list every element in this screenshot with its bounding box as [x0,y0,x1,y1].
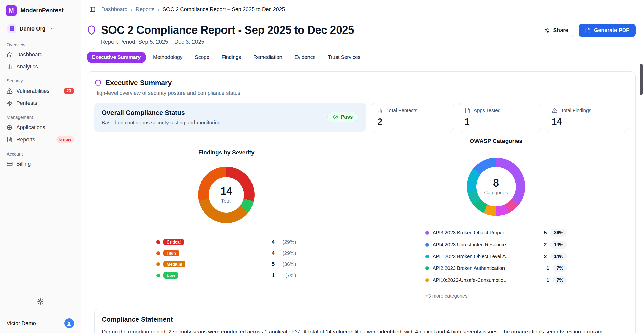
zap-icon [7,100,13,106]
alert-triangle-icon [7,88,13,94]
legend-count: 4 [272,239,275,245]
compliance-status-title: Overall Compliance Status [102,109,221,117]
legend-count: 5 [272,261,275,267]
more-categories-link[interactable]: +3 more categories [425,293,468,299]
legend-row-medium: Medium 5 (36%) [156,261,296,267]
sidebar-item-label: Pentests [16,100,37,106]
org-selector[interactable]: Demo Org [4,22,76,36]
tab-evidence[interactable]: Evidence [289,52,321,63]
stat-value: 2 [377,116,448,127]
legend-row-critical: Critical 4 (29%) [156,239,296,245]
sidebar: M ModernPentest Demo Org Overview Dashbo… [0,0,81,333]
legend-dot [156,251,160,255]
file-text-icon [7,136,13,142]
severity-legend: Critical 4 (29%) High 4 (29%) [156,239,296,279]
legend-row-api4: API4:2023 Unrestricted Resource... 2 14% [425,241,567,249]
sidebar-item-analytics[interactable]: Analytics [3,61,77,72]
sidebar-item-applications[interactable]: Applications [3,122,77,133]
user-menu[interactable]: Victor Demo [0,314,81,333]
legend-row-api2: API2:2023 Broken Authentication 1 7% [425,264,567,272]
legend-percent: (29%) [278,239,296,245]
panel-left-icon [89,6,96,13]
status-badge-label: Pass [341,114,353,120]
header-actions: Share Generate PDF [538,24,636,37]
sidebar-toggle-button[interactable] [88,5,97,14]
shield-icon [94,79,102,87]
theme-toggle-button[interactable] [35,297,45,308]
brand: M ModernPentest [0,0,81,19]
sidebar-section-account: Account [0,146,81,158]
legend-row-low: Low 1 (7%) [156,272,296,279]
breadcrumb-dashboard[interactable]: Dashboard [101,6,128,12]
legend-percent-pill: 7% [553,264,567,272]
compliance-statement-text: During the reporting period, 2 security … [102,328,620,333]
charts-row: Findings by Severity 14 Total Critical [94,138,628,299]
stat-label: Total Pentests [386,108,417,113]
legend-percent-pill: 14% [550,253,567,260]
stat-cards: Total Pentests 2 Apps Tested 1 [372,103,628,132]
share-button[interactable]: Share [538,24,574,37]
stat-label: Apps Tested [474,108,501,113]
file-icon [585,27,591,33]
legend-label: API10:2023-Unsafe-Consumptio... [433,277,508,283]
sidebar-section-overview: Overview [0,37,81,49]
tab-methodology[interactable]: Methodology [148,52,188,63]
legend-percent: (36%) [278,261,296,267]
tab-trust-services[interactable]: Trust Services [323,52,366,63]
stat-total-pentests: Total Pentests 2 [372,103,454,132]
app-logo: M [6,5,17,16]
donut-center-value: 8 [493,178,499,188]
legend-dot [156,274,160,277]
sidebar-item-vulnerabilities[interactable]: Vulnerabilities 23 [3,85,77,97]
sidebar-item-label: Applications [16,124,45,130]
legend-percent-pill: 7% [553,276,567,284]
page-header: SOC 2 Compliance Report - Sep 2025 to De… [81,19,644,45]
chart-title: Findings by Severity [198,149,255,156]
sidebar-item-dashboard[interactable]: Dashboard [3,49,77,60]
severity-chart-block: Findings by Severity 14 Total Critical [94,138,358,279]
breadcrumb-reports[interactable]: Reports [136,6,154,12]
tab-findings[interactable]: Findings [216,52,246,63]
user-name: Victor Demo [7,320,36,326]
legend-count: 2 [544,254,547,259]
report-period: Report Period: Sep 5, 2025 – Dec 3, 2025 [101,39,354,45]
scroll-area[interactable]: Executive Summary High-level overview of… [81,63,644,333]
tab-scope[interactable]: Scope [189,52,215,63]
scrollbar-thumb[interactable] [640,64,642,95]
owasp-legend: API3:2023 Broken Object Propert... 5 36%… [425,229,567,299]
compliance-status-text: Overall Compliance Status Based on conti… [102,109,221,125]
donut-center-label: Total [221,198,231,204]
severity-chip: High [163,250,179,256]
page-title: SOC 2 Compliance Report - Sep 2025 to De… [101,24,354,36]
user-icon [66,320,72,326]
legend-count: 1 [546,277,549,283]
chevron-down-icon [50,26,55,31]
sidebar-item-pentests[interactable]: Pentests [3,98,77,109]
shield-icon [87,25,96,35]
credit-card-icon [7,161,13,167]
chart-title: OWASP Categories [470,138,522,144]
legend-count: 4 [272,250,275,256]
compliance-status-card: Overall Compliance Status Based on conti… [94,103,366,132]
report-tabs: Executive Summary Methodology Scope Find… [81,45,644,63]
compliance-statement-title: Compliance Statement [102,316,620,323]
alert-triangle-icon [552,108,558,113]
legend-count: 5 [544,230,547,236]
tab-remediation[interactable]: Remediation [248,52,288,63]
severity-chip: Medium [163,261,185,267]
sidebar-item-billing[interactable]: Billing [3,158,77,169]
sidebar-item-reports[interactable]: Reports 5 new [3,134,77,145]
share-label: Share [553,27,568,33]
generate-pdf-button[interactable]: Generate PDF [579,24,636,37]
compliance-statement-card: Compliance Statement During the reportin… [94,309,628,333]
owasp-chart-block: OWASP Categories 8 Categories API3:2023 … [364,138,628,299]
legend-percent-pill: 14% [550,241,567,249]
home-icon [7,52,13,58]
executive-summary-panel: Executive Summary High-level overview of… [87,71,636,333]
tab-executive-summary[interactable]: Executive Summary [87,52,146,63]
bar-chart-icon [7,64,13,70]
reports-new-badge: 5 new [56,136,74,143]
legend-label: API1:2023 Broken Object Level A... [433,254,510,259]
legend-percent: (29%) [278,250,296,256]
severity-chip: Low [163,272,178,279]
